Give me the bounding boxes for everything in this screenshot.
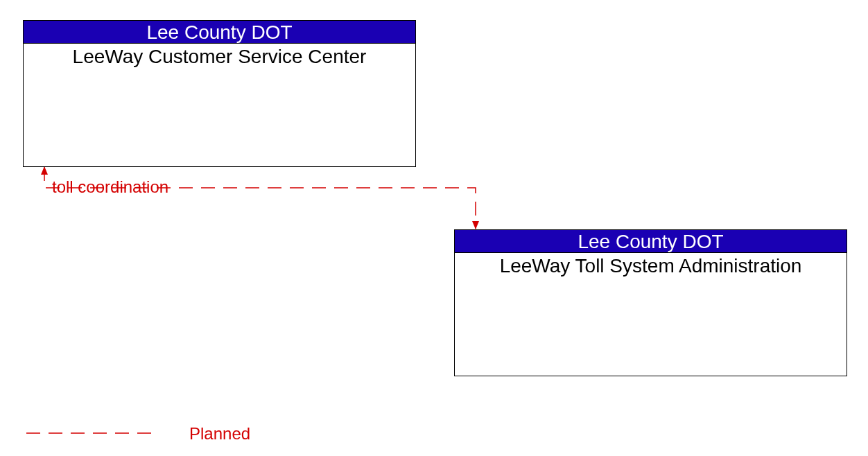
flow-label-toll-coordination: toll coordination — [52, 177, 168, 197]
node-leeway-toll-system-administration: Lee County DOT LeeWay Toll System Admini… — [454, 229, 847, 376]
legend-label-planned: Planned — [189, 424, 250, 444]
arrowhead-up — [41, 166, 48, 175]
arrowhead-down — [472, 221, 479, 229]
node-header: Lee County DOT — [24, 21, 415, 44]
node-title: LeeWay Toll System Administration — [455, 253, 847, 278]
node-title: LeeWay Customer Service Center — [24, 44, 415, 69]
node-leeway-customer-service-center: Lee County DOT LeeWay Customer Service C… — [23, 20, 416, 167]
flow-line-toll-coordination — [44, 167, 476, 229]
node-header: Lee County DOT — [455, 230, 847, 253]
